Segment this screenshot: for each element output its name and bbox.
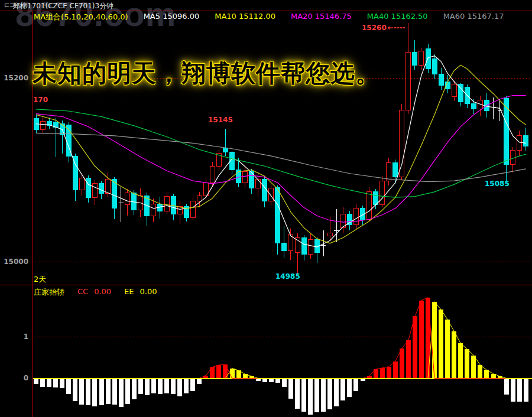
session-high-price: 15260	[362, 24, 387, 32]
chart-title: 郑棉1701(CZCE CF701)3分钟	[13, 1, 113, 11]
spike-high-label: 15145	[208, 116, 233, 124]
sub-axis-label-0: 0	[1, 374, 28, 382]
slogan-watermark: 未知的明天，翔博软件帮您选。	[33, 57, 380, 90]
title-bar: ⊏⊐ 郑棉1701(CZCE CF701)3分钟	[0, 0, 532, 11]
sub-axis-label-1: 1	[1, 333, 28, 341]
price-flag-170: 170	[33, 96, 48, 104]
ma5-readout: MA5 15096.00	[144, 12, 200, 22]
period-label: 2天	[34, 274, 46, 285]
histogram-layer	[34, 298, 528, 415]
y-axis-label-15000: 15000	[1, 258, 28, 266]
ee-label: EE	[124, 287, 134, 298]
sub-indicator-name[interactable]: 庄家抬轿	[34, 287, 64, 298]
ma10-readout: MA10 15112.00	[215, 12, 275, 22]
ee-value: 0.00	[140, 287, 157, 298]
ma20-readout: MA20 15146.75	[291, 12, 352, 22]
session-high-label: 15260 ←----	[362, 24, 406, 32]
ma40-readout: MA40 15162.50	[367, 12, 428, 22]
sub-indicator-header: 庄家抬轿 CC 0.00 EE 0.00	[34, 287, 157, 298]
pullback-low-label: 15085	[485, 180, 510, 188]
ma-group-label[interactable]: MA组合(5,10,20,40,60,0)	[34, 12, 128, 22]
arrow-left-icon: ←----	[388, 24, 406, 32]
session-low-label: 14985	[275, 272, 300, 281]
cc-value: 0.00	[94, 287, 111, 298]
cc-ee-lines-layer	[33, 298, 532, 379]
ma60-readout: MA60 15167.17	[443, 12, 504, 22]
indicator-header: MA组合(5,10,20,40,60,0) MA5 15096.00 MA10 …	[34, 12, 504, 22]
cc-label: CC	[77, 287, 88, 298]
y-axis-label-15200: 15200	[1, 74, 28, 82]
trading-app-window: 8670.com ⊏⊐ 郑棉1701(CZCE CF701)3分钟 MA组合(5…	[0, 0, 532, 417]
grid-lines	[33, 78, 532, 337]
